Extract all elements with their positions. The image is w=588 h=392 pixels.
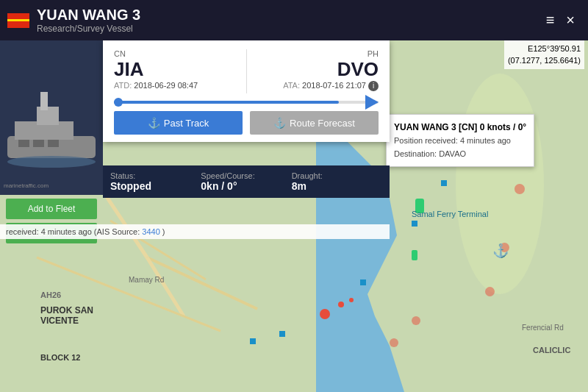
- draught-label: Draught:: [292, 171, 382, 180]
- departure-code: JIA: [114, 58, 239, 81]
- info-icon[interactable]: i: [368, 81, 379, 91]
- departure-time: ATD: 2018-06-29 08:47: [114, 81, 239, 90]
- arrival-country-code: PH: [368, 49, 379, 58]
- status-block: Status: Stopped: [110, 171, 201, 192]
- add-to-fleet-button[interactable]: Add to Fleet: [6, 199, 97, 219]
- blue-square-5: [250, 338, 256, 344]
- fleet-buttons-area: Add to Fleet Vessel Details: [0, 195, 103, 247]
- samal-ferry-label: Samal Ferry Terminal: [412, 210, 488, 218]
- close-button[interactable]: ×: [560, 12, 581, 29]
- marker-green-2: [412, 250, 417, 260]
- svg-text:marinetraffic.com: marinetraffic.com: [4, 182, 49, 189]
- vessel-name: YUAN WANG 3: [37, 7, 540, 24]
- past-track-label: Past Track: [164, 118, 209, 129]
- blue-square-3: [360, 279, 366, 285]
- popup-title: YUAN WANG 3 [CN] 0 knots / 0°: [394, 121, 526, 135]
- svg-rect-12: [18, 140, 29, 147]
- progress-arrow: [365, 95, 379, 110]
- arrival-block: PH DVO ATA: 2018-07-16 21:07 i: [254, 49, 379, 91]
- info-panel: CN JIA ATD: 2018-06-29 08:47 PH DVO ATA:…: [103, 40, 390, 142]
- vessel-title-block: YUAN WANG 3 Research/Survey Vessel: [37, 7, 540, 34]
- marker-7: [390, 338, 398, 347]
- ais-source-close: ): [162, 227, 165, 236]
- speed-label: Speed/Course:: [201, 171, 291, 180]
- progress-dot: [114, 98, 123, 107]
- draught-value: 8m: [292, 180, 382, 192]
- departure-block: CN JIA ATD: 2018-06-29 08:47: [114, 49, 239, 90]
- progress-track: [114, 101, 379, 104]
- port-divider: [246, 49, 247, 93]
- ferencial-label: Ferencial Rd: [522, 324, 564, 332]
- arrival-time: ATA: 2018-07-16 21:07 i: [254, 81, 379, 91]
- vessel-popup: YUAN WANG 3 [CN] 0 knots / 0° Position r…: [386, 114, 534, 167]
- mamay-rd-label: Mamay Rd: [129, 276, 164, 284]
- arrival-code: DVO: [254, 58, 379, 81]
- past-track-button[interactable]: ⚓ Past Track: [114, 111, 243, 135]
- svg-rect-13: [33, 140, 44, 147]
- route-forecast-label: Route Forecast: [290, 118, 355, 129]
- past-track-icon: ⚓: [148, 117, 160, 129]
- ais-source-link[interactable]: 3440: [142, 227, 159, 236]
- status-label: Status:: [110, 171, 201, 180]
- route-forecast-button[interactable]: ⚓ Route Forecast: [250, 111, 379, 135]
- progress-container: [114, 101, 379, 104]
- menu-button[interactable]: ≡: [540, 12, 561, 29]
- vessel-image-area: marinetraffic.com: [0, 40, 103, 195]
- arrival-country: PH: [254, 49, 379, 58]
- vessel-image-svg: marinetraffic.com: [0, 40, 103, 195]
- ais-source-label: (AIS Source:: [94, 227, 140, 236]
- svg-rect-11: [40, 92, 48, 110]
- popup-dest-value: DAVAO: [439, 149, 466, 158]
- status-value: Stopped: [110, 180, 201, 192]
- action-buttons: ⚓ Past Track ⚓ Route Forecast: [114, 111, 379, 135]
- draught-block: Draught: 8m: [292, 171, 382, 192]
- top-bar: YUAN WANG 3 Research/Survey Vessel ≡ ×: [0, 0, 588, 40]
- popup-destination: Destination: DAVAO: [394, 148, 526, 161]
- blue-square-2: [412, 221, 417, 227]
- marker-red-2: [338, 302, 344, 307]
- popup-dest-label: Destination:: [394, 149, 437, 158]
- vessel-type: Research/Survey Vessel: [37, 24, 540, 34]
- svg-rect-14: [48, 140, 59, 147]
- ais-bar: received: 4 minutes ago (AIS Source: 344…: [0, 224, 390, 239]
- svg-point-6: [456, 74, 544, 294]
- svg-point-15: [7, 156, 96, 168]
- cn-flag: [7, 13, 29, 28]
- block12-label: BLOCK 12: [40, 353, 80, 362]
- caliclic-label: CALICLIC: [533, 346, 570, 354]
- marker-red-1: [320, 309, 330, 319]
- route-forecast-icon: ⚓: [273, 117, 286, 129]
- coord-line3: (07.1277, 125.6641): [508, 54, 581, 67]
- popup-position: Position received: 4 minutes ago: [394, 135, 526, 148]
- anchor-icon: ⚓: [492, 243, 509, 259]
- marker-red-3: [349, 298, 354, 302]
- stats-bar: Status: Stopped Speed/Course: 0kn / 0° D…: [103, 165, 390, 198]
- progress-fill: [114, 101, 339, 104]
- port-row: CN JIA ATD: 2018-06-29 08:47 PH DVO ATA:…: [114, 49, 379, 93]
- marker-5: [485, 287, 495, 296]
- speed-block: Speed/Course: 0kn / 0°: [201, 171, 291, 192]
- purok-label: PUROK SANVICENTE: [40, 305, 93, 326]
- ais-received-text: received: 4 minutes ago: [6, 227, 92, 236]
- marker-6: [412, 316, 420, 325]
- departure-country: CN: [114, 49, 239, 58]
- speed-value: 0kn / 0°: [201, 180, 291, 192]
- blue-square-4: [279, 331, 285, 337]
- marker-3: [514, 184, 525, 194]
- ah26-label: AH26: [40, 291, 61, 299]
- blue-square-1: [441, 180, 447, 186]
- coord-line2: E125°39'50.91: [508, 43, 581, 55]
